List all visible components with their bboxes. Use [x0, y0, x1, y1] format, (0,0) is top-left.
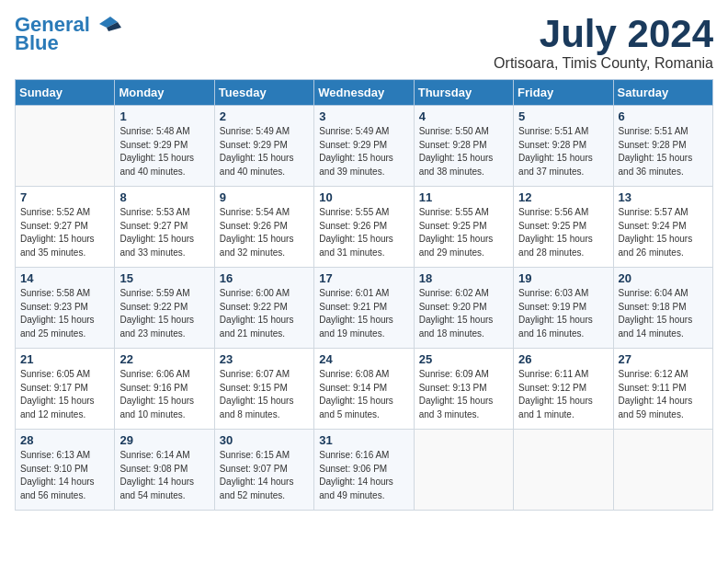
calendar-cell: 28Sunrise: 6:13 AM Sunset: 9:10 PM Dayli… [16, 430, 115, 511]
day-number: 3 [319, 109, 408, 123]
day-info: Sunrise: 6:08 AM Sunset: 9:14 PM Dayligh… [319, 368, 408, 421]
day-info: Sunrise: 6:14 AM Sunset: 9:08 PM Dayligh… [119, 449, 209, 502]
calendar-week-row: 1Sunrise: 5:48 AM Sunset: 9:29 PM Daylig… [16, 106, 713, 187]
day-info: Sunrise: 6:00 AM Sunset: 9:22 PM Dayligh… [220, 287, 309, 340]
calendar-cell [414, 430, 513, 511]
day-info: Sunrise: 5:49 AM Sunset: 9:29 PM Dayligh… [319, 125, 408, 178]
day-info: Sunrise: 5:52 AM Sunset: 9:27 PM Dayligh… [20, 206, 109, 259]
day-number: 22 [119, 352, 209, 366]
day-number: 25 [419, 352, 508, 366]
day-number: 31 [319, 433, 408, 447]
day-number: 30 [220, 433, 309, 447]
day-info: Sunrise: 5:51 AM Sunset: 9:28 PM Dayligh… [619, 125, 708, 178]
calendar-cell: 21Sunrise: 6:05 AM Sunset: 9:17 PM Dayli… [16, 349, 115, 430]
day-info: Sunrise: 6:13 AM Sunset: 9:10 PM Dayligh… [20, 449, 109, 502]
calendar-cell: 14Sunrise: 5:58 AM Sunset: 9:23 PM Dayli… [16, 268, 115, 349]
calendar-cell: 18Sunrise: 6:02 AM Sunset: 9:20 PM Dayli… [414, 268, 513, 349]
day-number: 13 [619, 190, 708, 204]
day-number: 21 [20, 352, 109, 366]
day-number: 5 [518, 109, 608, 123]
day-info: Sunrise: 5:55 AM Sunset: 9:25 PM Dayligh… [419, 206, 508, 259]
day-info: Sunrise: 6:02 AM Sunset: 9:20 PM Dayligh… [419, 287, 508, 340]
calendar-cell: 16Sunrise: 6:00 AM Sunset: 9:22 PM Dayli… [214, 268, 313, 349]
calendar-header-row: SundayMondayTuesdayWednesdayThursdayFrid… [16, 80, 713, 106]
day-number: 11 [419, 190, 508, 204]
day-number: 15 [119, 271, 209, 285]
day-number: 20 [619, 271, 708, 285]
calendar-cell: 27Sunrise: 6:12 AM Sunset: 9:11 PM Dayli… [613, 349, 712, 430]
calendar-cell: 20Sunrise: 6:04 AM Sunset: 9:18 PM Dayli… [613, 268, 712, 349]
day-number: 24 [319, 352, 408, 366]
day-number: 2 [220, 109, 309, 123]
weekday-header-wednesday: Wednesday [314, 80, 414, 106]
day-info: Sunrise: 5:48 AM Sunset: 9:29 PM Dayligh… [119, 125, 209, 178]
calendar-cell [16, 106, 115, 187]
day-number: 27 [619, 352, 708, 366]
calendar-week-row: 21Sunrise: 6:05 AM Sunset: 9:17 PM Dayli… [16, 349, 713, 430]
calendar-cell: 30Sunrise: 6:15 AM Sunset: 9:07 PM Dayli… [214, 430, 313, 511]
day-number: 29 [119, 433, 209, 447]
calendar-cell: 8Sunrise: 5:53 AM Sunset: 9:27 PM Daylig… [115, 187, 214, 268]
calendar-cell: 15Sunrise: 5:59 AM Sunset: 9:22 PM Dayli… [115, 268, 214, 349]
calendar-body: 1Sunrise: 5:48 AM Sunset: 9:29 PM Daylig… [16, 106, 713, 511]
day-number: 18 [419, 271, 508, 285]
location-subtitle: Ortisoara, Timis County, Romania [494, 55, 713, 72]
day-info: Sunrise: 5:49 AM Sunset: 9:29 PM Dayligh… [220, 125, 309, 178]
day-info: Sunrise: 5:55 AM Sunset: 9:26 PM Dayligh… [319, 206, 408, 259]
day-info: Sunrise: 6:04 AM Sunset: 9:18 PM Dayligh… [619, 287, 708, 340]
calendar-cell: 17Sunrise: 6:01 AM Sunset: 9:21 PM Dayli… [314, 268, 414, 349]
calendar-week-row: 14Sunrise: 5:58 AM Sunset: 9:23 PM Dayli… [16, 268, 713, 349]
weekday-header-thursday: Thursday [414, 80, 513, 106]
calendar-cell: 13Sunrise: 5:57 AM Sunset: 9:24 PM Dayli… [613, 187, 712, 268]
day-info: Sunrise: 5:58 AM Sunset: 9:23 PM Dayligh… [20, 287, 109, 340]
day-info: Sunrise: 6:03 AM Sunset: 9:19 PM Dayligh… [518, 287, 608, 340]
day-number: 14 [20, 271, 109, 285]
title-block: July 2024 Ortisoara, Timis County, Roman… [494, 15, 713, 72]
logo-bird-icon [92, 15, 121, 35]
day-info: Sunrise: 6:07 AM Sunset: 9:15 PM Dayligh… [220, 368, 309, 421]
day-info: Sunrise: 6:15 AM Sunset: 9:07 PM Dayligh… [220, 449, 309, 502]
day-number: 7 [20, 190, 109, 204]
day-number: 28 [20, 433, 109, 447]
day-number: 26 [518, 352, 608, 366]
day-number: 4 [419, 109, 508, 123]
day-info: Sunrise: 5:56 AM Sunset: 9:25 PM Dayligh… [518, 206, 608, 259]
day-number: 12 [518, 190, 608, 204]
calendar-cell: 9Sunrise: 5:54 AM Sunset: 9:26 PM Daylig… [214, 187, 313, 268]
day-info: Sunrise: 5:57 AM Sunset: 9:24 PM Dayligh… [619, 206, 708, 259]
calendar-cell: 26Sunrise: 6:11 AM Sunset: 9:12 PM Dayli… [514, 349, 613, 430]
day-info: Sunrise: 6:12 AM Sunset: 9:11 PM Dayligh… [619, 368, 708, 421]
calendar-cell: 2Sunrise: 5:49 AM Sunset: 9:29 PM Daylig… [214, 106, 313, 187]
day-number: 17 [319, 271, 408, 285]
day-number: 19 [518, 271, 608, 285]
calendar-cell: 23Sunrise: 6:07 AM Sunset: 9:15 PM Dayli… [214, 349, 313, 430]
calendar-cell: 24Sunrise: 6:08 AM Sunset: 9:14 PM Dayli… [314, 349, 414, 430]
calendar-cell [514, 430, 613, 511]
logo-text-blue: Blue [15, 33, 121, 53]
calendar-cell: 12Sunrise: 5:56 AM Sunset: 9:25 PM Dayli… [514, 187, 613, 268]
calendar-cell: 22Sunrise: 6:06 AM Sunset: 9:16 PM Dayli… [115, 349, 214, 430]
calendar-cell: 31Sunrise: 6:16 AM Sunset: 9:06 PM Dayli… [314, 430, 414, 511]
day-info: Sunrise: 5:54 AM Sunset: 9:26 PM Dayligh… [220, 206, 309, 259]
calendar-week-row: 7Sunrise: 5:52 AM Sunset: 9:27 PM Daylig… [16, 187, 713, 268]
calendar-cell: 7Sunrise: 5:52 AM Sunset: 9:27 PM Daylig… [16, 187, 115, 268]
weekday-header-sunday: Sunday [16, 80, 115, 106]
weekday-header-friday: Friday [514, 80, 613, 106]
logo: General Blue [15, 15, 121, 53]
day-number: 8 [119, 190, 209, 204]
calendar-cell: 25Sunrise: 6:09 AM Sunset: 9:13 PM Dayli… [414, 349, 513, 430]
day-number: 16 [220, 271, 309, 285]
day-number: 10 [319, 190, 408, 204]
month-title: July 2024 [494, 15, 713, 53]
calendar-cell: 5Sunrise: 5:51 AM Sunset: 9:28 PM Daylig… [514, 106, 613, 187]
calendar-cell: 4Sunrise: 5:50 AM Sunset: 9:28 PM Daylig… [414, 106, 513, 187]
day-info: Sunrise: 6:11 AM Sunset: 9:12 PM Dayligh… [518, 368, 608, 421]
weekday-header-tuesday: Tuesday [214, 80, 313, 106]
day-info: Sunrise: 6:16 AM Sunset: 9:06 PM Dayligh… [319, 449, 408, 502]
calendar-cell: 1Sunrise: 5:48 AM Sunset: 9:29 PM Daylig… [115, 106, 214, 187]
calendar-cell [613, 430, 712, 511]
calendar-cell: 29Sunrise: 6:14 AM Sunset: 9:08 PM Dayli… [115, 430, 214, 511]
day-info: Sunrise: 5:50 AM Sunset: 9:28 PM Dayligh… [419, 125, 508, 178]
calendar-table: SundayMondayTuesdayWednesdayThursdayFrid… [15, 79, 713, 511]
weekday-header-saturday: Saturday [613, 80, 712, 106]
